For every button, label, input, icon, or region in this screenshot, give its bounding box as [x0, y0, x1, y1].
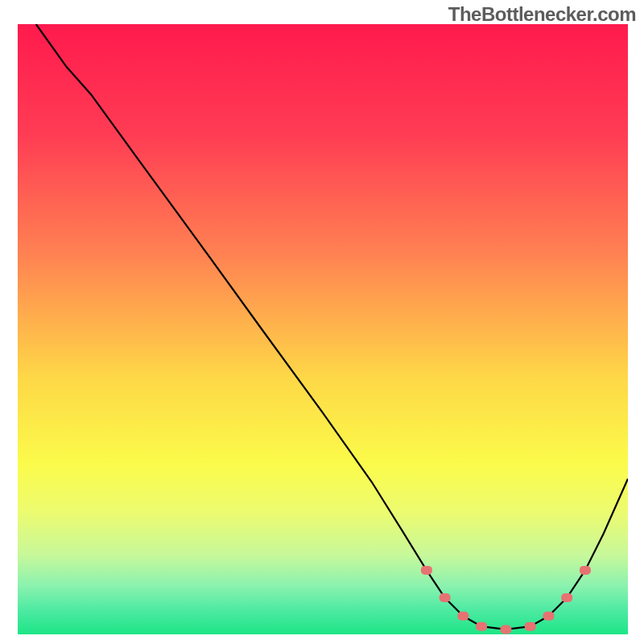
marker-bead: [561, 593, 572, 602]
watermark-text: TheBottlenecker.com: [448, 3, 636, 26]
marker-bead: [440, 593, 451, 602]
marker-bead: [457, 612, 469, 621]
chart-svg: [18, 24, 628, 634]
marker-bead: [476, 622, 487, 631]
marker-bead: [500, 625, 511, 634]
gradient-background: [18, 24, 628, 634]
marker-bead: [580, 566, 591, 575]
marker-bead: [421, 566, 432, 575]
marker-bead: [543, 612, 554, 621]
chart-frame: TheBottlenecker.com: [0, 0, 644, 644]
marker-bead: [525, 622, 536, 631]
chart-plot-area: [18, 24, 628, 634]
